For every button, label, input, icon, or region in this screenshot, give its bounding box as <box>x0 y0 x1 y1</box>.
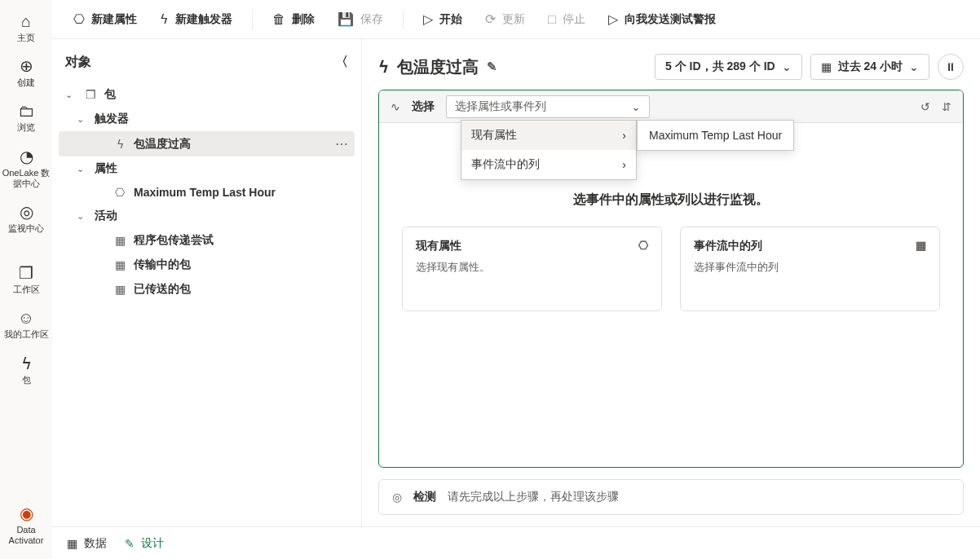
page-title: ϟ 包温度过高 ✎ <box>378 56 497 78</box>
bolt-icon: ϟ <box>378 57 389 77</box>
stop-icon: □ <box>548 12 556 27</box>
nav-workspace-label: 工作区 <box>13 284 40 295</box>
calendar-icon: ▦ <box>821 60 832 73</box>
body: 对象 〈 ⌄❒包 ⌄触发器 ϟ包温度过高⋯ ⌄属性 ⎔Maximum Temp … <box>52 39 980 526</box>
tree-act3-label: 已传送的包 <box>134 282 191 297</box>
nav-onelake-label: OneLake 数据中心 <box>2 168 51 189</box>
nav-dataactivator[interactable]: ◉Data Activator <box>2 499 51 552</box>
chevron-down-icon: ⌄ <box>909 60 919 73</box>
new-attribute-label: 新建属性 <box>91 12 137 27</box>
tree-package-label: 包 <box>104 87 116 102</box>
tree-attr-group-label: 属性 <box>95 161 117 176</box>
new-trigger-button[interactable]: ϟ新建触发器 <box>152 7 241 32</box>
bolt-icon: ϟ <box>113 138 127 151</box>
select-panel: ∿ 选择 选择属性或事件列 ⌄ ↺ ⇵ 现有属性› 事件流中的列› <box>378 90 964 468</box>
dropdown-existing-attr[interactable]: 现有属性› <box>461 121 636 150</box>
object-tree: ⌄❒包 ⌄触发器 ϟ包温度过高⋯ ⌄属性 ⎔Maximum Temp Last … <box>52 79 361 305</box>
send-alert-label: 向我发送测试警报 <box>625 12 716 27</box>
object-sidebar: 对象 〈 ⌄❒包 ⌄触发器 ϟ包温度过高⋯ ⌄属性 ⎔Maximum Temp … <box>52 39 362 526</box>
id-filter-button[interactable]: 5 个 ID，共 289 个 ID⌄ <box>655 54 802 80</box>
detect-label: 检测 <box>413 490 436 504</box>
nav-onelake[interactable]: ◔OneLake 数据中心 <box>2 142 51 196</box>
chevron-down-icon: ⌄ <box>77 211 88 222</box>
card-event-col[interactable]: 事件流中的列▦ 选择事件流中的列 <box>680 227 940 311</box>
nav-home[interactable]: ⌂主页 <box>2 7 51 50</box>
collapse-icon[interactable]: 〈 <box>335 54 348 71</box>
onelake-icon: ◔ <box>20 147 33 166</box>
pause-button[interactable]: ⏸ <box>938 54 964 80</box>
chevron-down-icon: ⌄ <box>631 100 641 113</box>
start-button[interactable]: ▷开始 <box>415 7 470 32</box>
dataactivator-icon: ◉ <box>20 504 33 523</box>
nav-myworkspace[interactable]: ☺我的工作区 <box>2 303 51 346</box>
tree-activity-item[interactable]: ▦程序包传递尝试 <box>59 228 355 253</box>
edit-icon[interactable]: ✎ <box>487 59 497 74</box>
panel-hint: 选事件中的属性或列以进行监视。 <box>573 191 769 209</box>
card2-desc: 选择事件流中的列 <box>694 260 926 275</box>
wave-icon: ∿ <box>391 100 400 113</box>
delete-button[interactable]: 🗑删除 <box>264 7 323 32</box>
chevron-down-icon: ⌄ <box>782 60 792 73</box>
target-icon: ◎ <box>392 491 402 504</box>
nav-browse-label: 浏览 <box>17 122 35 133</box>
flyout-label: Maximum Temp Last Hour <box>649 129 782 142</box>
time-filter-label: 过去 24 小时 <box>838 59 903 74</box>
pause-icon: ⏸ <box>945 60 956 73</box>
content-header: ϟ 包温度过高 ✎ 5 个 ID，共 289 个 ID⌄ ▦过去 24 小时⌄ … <box>378 51 964 90</box>
tree-activity-group[interactable]: ⌄活动 <box>59 204 355 228</box>
nav-create[interactable]: ⊕创建 <box>2 51 51 95</box>
tree-trigger-item[interactable]: ϟ包温度过高⋯ <box>59 131 355 156</box>
dropdown-existing-label: 现有属性 <box>471 128 517 143</box>
nav-workspace[interactable]: ❐工作区 <box>2 258 51 302</box>
table-icon: ▦ <box>67 537 77 550</box>
cube-icon: ❒ <box>83 88 98 101</box>
table-icon: ▦ <box>916 239 926 253</box>
card-existing-attr[interactable]: 现有属性⎔ 选择现有属性。 <box>402 227 662 311</box>
new-attribute-button[interactable]: ⎔新建属性 <box>65 7 145 32</box>
bolt-icon: ϟ <box>160 11 169 27</box>
stop-button: □停止 <box>540 7 594 32</box>
nav-package[interactable]: ϟ包 <box>2 349 51 392</box>
send-test-alert-button[interactable]: ▷向我发送测试警报 <box>600 7 724 32</box>
detect-panel: ◎ 检测 请先完成以上步骤，再处理该步骤 <box>378 479 964 515</box>
workspace-icon: ❐ <box>19 263 33 283</box>
tab-data[interactable]: ▦数据 <box>67 536 107 551</box>
main-area: ⎔新建属性 ϟ新建触发器 🗑删除 💾保存 ▷开始 ⟳更新 □停止 ▷向我发送测试… <box>52 0 980 559</box>
pen-icon: ✎ <box>125 537 135 550</box>
refresh-icon: ⟳ <box>485 11 496 27</box>
attribute-flyout[interactable]: Maximum Temp Last Hour <box>637 120 794 151</box>
tree-attributes-group[interactable]: ⌄属性 <box>59 156 355 181</box>
tag-icon: ⎔ <box>113 186 127 199</box>
tree-triggers-group[interactable]: ⌄触发器 <box>59 107 355 131</box>
footer-tabs: ▦数据 ✎设计 <box>52 526 980 559</box>
tag-icon: ⎔ <box>73 11 85 27</box>
home-icon: ⌂ <box>21 11 31 31</box>
tree-attr-label: Maximum Temp Last Hour <box>134 186 276 199</box>
tree-activity-item[interactable]: ▦已传送的包 <box>59 277 355 302</box>
tree-attribute-item[interactable]: ⎔Maximum Temp Last Hour <box>59 181 355 204</box>
page-title-text: 包温度过高 <box>397 56 479 78</box>
undo-icon[interactable]: ↺ <box>920 100 930 113</box>
left-nav: ⌂主页 ⊕创建 🗀浏览 ◔OneLake 数据中心 ◎监视中心 ❐工作区 ☺我的… <box>0 0 52 559</box>
select-placeholder: 选择属性或事件列 <box>455 99 546 114</box>
tab-design[interactable]: ✎设计 <box>125 536 164 551</box>
dropdown-eventcol-label: 事件流中的列 <box>471 157 540 172</box>
tree-package[interactable]: ⌄❒包 <box>59 82 355 107</box>
select-dropdown: 现有属性› 事件流中的列› <box>461 120 637 180</box>
table-icon: ▦ <box>113 258 127 271</box>
expand-icon[interactable]: ⇵ <box>942 100 951 113</box>
time-filter-button[interactable]: ▦过去 24 小时⌄ <box>810 54 929 80</box>
tag-icon: ⎔ <box>638 239 648 253</box>
id-filter-label: 5 个 ID，共 289 个 ID <box>665 59 775 74</box>
nav-browse[interactable]: 🗀浏览 <box>2 96 51 139</box>
dropdown-event-col[interactable]: 事件流中的列› <box>461 150 636 179</box>
tree-activity-group-label: 活动 <box>95 209 117 223</box>
attribute-select[interactable]: 选择属性或事件列 ⌄ <box>446 95 650 118</box>
delete-label: 删除 <box>292 12 315 27</box>
save-label: 保存 <box>360 12 383 27</box>
tab-data-label: 数据 <box>84 536 107 551</box>
nav-monitor[interactable]: ◎监视中心 <box>2 197 51 240</box>
tree-activity-item[interactable]: ▦传输中的包 <box>59 253 355 277</box>
more-icon[interactable]: ⋯ <box>335 136 348 152</box>
card1-title: 现有属性 <box>416 239 461 253</box>
